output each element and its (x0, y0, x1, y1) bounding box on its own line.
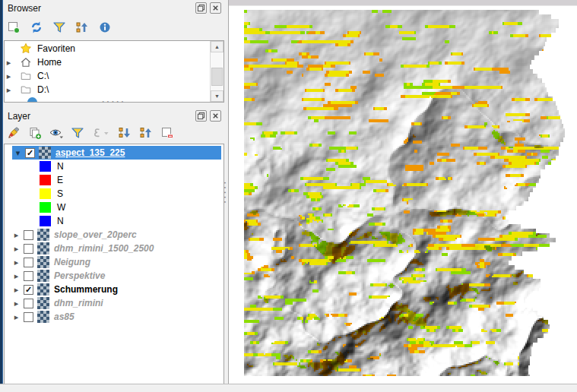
legend-swatch[interactable] (40, 175, 51, 185)
map-canvas[interactable] (229, 6, 577, 384)
float-icon (197, 112, 205, 120)
raster-layer-icon (39, 147, 51, 159)
scroll-track[interactable] (211, 52, 224, 90)
expand-arrow-icon[interactable]: ▸ (12, 310, 21, 324)
refresh-button[interactable] (29, 20, 44, 35)
layer-row[interactable]: ▸ slope_over_20perc (5, 228, 224, 242)
browser-item-label[interactable]: Favoriten (37, 43, 75, 54)
layer-label[interactable]: Schummerung (54, 284, 118, 295)
layer-checkbox[interactable] (24, 271, 33, 281)
properties-button[interactable] (97, 20, 113, 35)
layer-row[interactable]: ▸ as85 (5, 310, 224, 324)
qgis-window: Browser (0, 0, 577, 392)
browser-item-label[interactable]: Home (37, 57, 62, 68)
browser-item-label[interactable]: C:\ (37, 71, 49, 81)
legend-item: E (5, 173, 224, 187)
browser-float-button[interactable] (195, 2, 207, 14)
expand-all-button[interactable] (117, 125, 132, 141)
panel-splitter-vertical[interactable]: ····· (222, 181, 229, 205)
scroll-up-button[interactable]: ▲ (211, 41, 224, 52)
filter-icon (52, 21, 66, 34)
layer-label[interactable]: Neigung (54, 257, 90, 267)
legend-item: N (5, 160, 224, 173)
legend-swatch[interactable] (40, 202, 51, 213)
layer-label[interactable]: dhm_rimini (54, 298, 103, 308)
scroll-down-button[interactable]: ▼ (211, 90, 224, 102)
eye-icon (49, 126, 64, 140)
layer-checkbox[interactable] (24, 230, 33, 240)
layer-row-selected[interactable]: ▾ ✓ aspect_135_225 (12, 146, 221, 160)
layer-checkbox[interactable] (24, 312, 33, 322)
expand-arrow-icon[interactable]: ▸ (12, 296, 21, 310)
expand-all-icon (118, 126, 132, 140)
expand-arrow-icon[interactable]: ▸ (12, 242, 21, 255)
partial-item-icon (27, 97, 37, 103)
layer-label[interactable]: Perspektive (54, 270, 105, 281)
layer-checkbox[interactable] (24, 244, 33, 254)
browser-collapse-all-button[interactable] (75, 20, 90, 35)
browser-tree: Favoriten ▸ Home ▸ C:\ ▸ (4, 40, 224, 103)
expand-arrow-icon[interactable]: ▸ (5, 69, 13, 83)
layer-label[interactable]: slope_over_20perc (54, 229, 137, 240)
legend-item: S (5, 187, 224, 201)
filter-browser-button[interactable] (52, 20, 67, 35)
raster-layer-icon (37, 270, 49, 282)
layer-tree: ▾ ✓ aspect_135_225 N E S W (4, 144, 224, 387)
expand-arrow-icon[interactable]: ▸ (12, 283, 21, 296)
layer-panel: Layer (3, 108, 228, 387)
float-icon (197, 4, 205, 12)
expand-arrow-icon[interactable]: ▸ (12, 228, 21, 242)
browser-scrollbar[interactable]: ▲ ▼ (210, 41, 224, 102)
layer-close-button[interactable] (210, 110, 221, 122)
filter-legend-by-expression-button[interactable] (91, 125, 111, 141)
layer-checkbox[interactable] (24, 258, 33, 267)
remove-layer-icon (160, 126, 174, 140)
browser-item-label[interactable]: D:\ (37, 84, 49, 95)
collapse-tree-icon (75, 21, 89, 34)
scroll-thumb[interactable] (211, 68, 223, 86)
star-icon (19, 43, 33, 55)
browser-item-favorites[interactable]: Favoriten (5, 42, 210, 55)
refresh-icon (30, 21, 43, 34)
map-top-strip (229, 0, 577, 6)
layer-checkbox[interactable]: ✓ (25, 148, 35, 158)
layer-label[interactable]: aspect_135_225 (55, 147, 125, 158)
remove-layer-button[interactable] (160, 125, 175, 141)
expand-arrow-icon[interactable]: ▸ (12, 269, 21, 283)
expand-arrow-icon[interactable]: ▸ (5, 55, 13, 69)
open-layer-styling-button[interactable] (6, 125, 21, 141)
expand-arrow-icon[interactable]: ▸ (5, 83, 13, 96)
legend-swatch[interactable] (40, 216, 51, 226)
layer-row[interactable]: ▸ Neigung (5, 255, 224, 269)
browser-item-c-drive[interactable]: ▸ C:\ (5, 69, 210, 83)
layer-float-button[interactable] (195, 110, 207, 122)
browser-item-home[interactable]: ▸ Home (5, 55, 210, 69)
add-selected-layers-button[interactable] (6, 20, 21, 35)
legend-label: S (57, 188, 63, 199)
home-icon (19, 56, 33, 68)
layer-checkbox[interactable] (24, 299, 33, 308)
legend-swatch[interactable] (40, 161, 51, 172)
map-terrain-canvas (244, 10, 566, 376)
add-group-button[interactable] (27, 125, 43, 141)
layer-checkbox[interactable]: ✓ (24, 285, 33, 295)
layer-row[interactable]: ▸ ✓ Schummerung (5, 283, 224, 296)
layer-row[interactable]: ▸ dhm_rimini_1500_2500 (5, 242, 224, 255)
expand-arrow-icon[interactable]: ▸ (12, 255, 21, 269)
browser-panel: Browser (3, 0, 228, 107)
folder-icon (19, 70, 33, 82)
layer-row[interactable]: ▸ dhm_rimini (5, 296, 224, 310)
filter-legend-button[interactable] (70, 125, 85, 141)
browser-close-button[interactable] (210, 2, 221, 14)
manage-map-themes-button[interactable] (49, 125, 64, 141)
layer-label[interactable]: dhm_rimini_1500_2500 (54, 243, 154, 254)
collapse-arrow-icon[interactable]: ▾ (14, 146, 22, 160)
layer-label[interactable]: as85 (54, 311, 75, 322)
legend-swatch[interactable] (40, 188, 51, 199)
layer-panel-title: Layer (8, 111, 30, 122)
layer-row[interactable]: ▸ Perspektive (5, 269, 224, 283)
legend-label: W (57, 202, 65, 213)
status-bar (0, 384, 577, 392)
layer-collapse-all-button[interactable] (138, 125, 154, 141)
panel-splitter-horizontal[interactable]: ····· (101, 96, 125, 107)
